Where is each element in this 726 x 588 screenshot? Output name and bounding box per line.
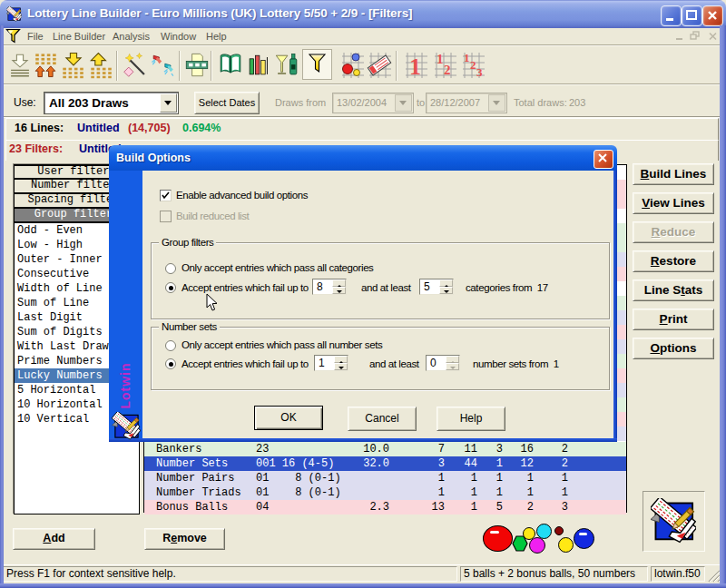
svg-text:2: 2 (470, 58, 476, 72)
svg-text:3: 3 (476, 65, 483, 79)
svg-text:2: 2 (444, 63, 451, 77)
svg-text:1: 1 (464, 51, 470, 64)
svg-text:1: 1 (437, 52, 444, 66)
svg-text:1: 1 (409, 54, 421, 80)
